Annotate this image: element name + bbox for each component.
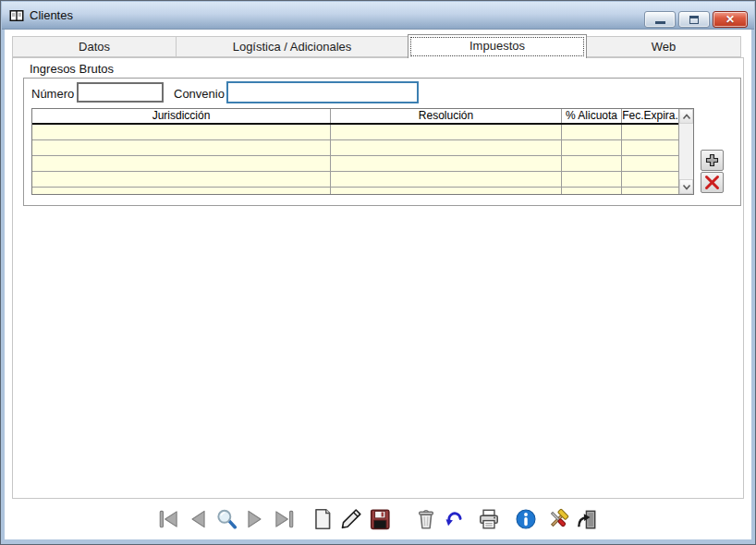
- grid-cell[interactable]: [32, 140, 331, 155]
- grid-row[interactable]: [32, 156, 678, 172]
- grid-cell[interactable]: [562, 188, 622, 195]
- grid-cell[interactable]: [32, 172, 331, 187]
- red-x-icon: [704, 175, 720, 190]
- scroll-down-button[interactable]: [679, 179, 693, 194]
- grid-cell[interactable]: [622, 140, 678, 155]
- delete-record-button[interactable]: [414, 507, 438, 531]
- grid-row[interactable]: [32, 188, 678, 195]
- tab-datos[interactable]: Datos: [12, 36, 177, 57]
- previous-record-button[interactable]: [186, 507, 210, 531]
- impuestos-page: Ingresos Brutos Número Convenio Jurisdic…: [12, 57, 744, 499]
- grid-cell[interactable]: [331, 172, 562, 187]
- grid-cell[interactable]: [562, 156, 622, 171]
- numero-label: Número: [31, 87, 74, 101]
- col-header-jurisdiccion: Jurisdicción: [32, 109, 331, 123]
- convenio-label: Convenio: [174, 87, 225, 101]
- grid-header-row: Jurisdicción Resolución % Alicuota Fec.E…: [32, 109, 678, 125]
- plus-icon: [705, 153, 719, 167]
- grid-cell[interactable]: [562, 125, 622, 139]
- grid-cell[interactable]: [32, 188, 331, 195]
- tab-impuestos[interactable]: Impuestos: [408, 34, 587, 58]
- clientes-app-icon: [9, 8, 24, 23]
- delete-row-button[interactable]: [701, 172, 724, 193]
- next-record-button[interactable]: [243, 507, 267, 531]
- grid-cell[interactable]: [562, 140, 622, 155]
- grid-cell[interactable]: [622, 172, 678, 187]
- exit-button[interactable]: [575, 507, 599, 531]
- grid-cell[interactable]: [32, 125, 331, 139]
- grid-cell[interactable]: [331, 125, 562, 139]
- grid-cell[interactable]: [331, 156, 562, 171]
- titlebar: Clientes ✕: [2, 2, 754, 30]
- grid-row[interactable]: [32, 172, 678, 188]
- col-header-fec-expira: Fec.Expira.: [622, 109, 678, 123]
- minimize-button[interactable]: [644, 11, 676, 28]
- col-header-alicuota: % Alicuota: [562, 109, 622, 123]
- last-record-button[interactable]: [272, 507, 296, 531]
- chevron-down-icon: [682, 184, 691, 190]
- tab-logistica-adicionales[interactable]: Logística / Adicionales: [176, 36, 408, 57]
- maximize-button[interactable]: [678, 11, 710, 28]
- close-icon: ✕: [726, 14, 735, 25]
- grid-cell[interactable]: [331, 188, 562, 195]
- window-title: Clientes: [30, 8, 73, 22]
- record-toolbar: [5, 506, 751, 532]
- tools-button[interactable]: [546, 507, 570, 531]
- new-record-button[interactable]: [311, 507, 335, 531]
- jurisdicciones-grid: Jurisdicción Resolución % Alicuota Fec.E…: [31, 108, 694, 195]
- grid-row[interactable]: [32, 140, 678, 156]
- numero-input[interactable]: [77, 82, 164, 103]
- scroll-up-button[interactable]: [679, 109, 693, 124]
- minimize-icon: [655, 21, 665, 24]
- convenio-input[interactable]: [226, 81, 419, 103]
- clientes-window: Clientes ✕ Datos Logística / Adicionales…: [0, 0, 756, 545]
- maximize-icon: [689, 16, 699, 24]
- grid-cell[interactable]: [562, 172, 622, 187]
- save-record-button[interactable]: [368, 507, 392, 531]
- edit-record-button[interactable]: [339, 507, 363, 531]
- grid-cell[interactable]: [622, 188, 678, 195]
- chevron-up-icon: [682, 114, 691, 120]
- grid-cell[interactable]: [622, 125, 678, 139]
- search-button[interactable]: [214, 507, 238, 531]
- grid-cell[interactable]: [622, 156, 678, 171]
- undo-button[interactable]: [442, 507, 466, 531]
- grid-vertical-scrollbar[interactable]: [678, 109, 693, 194]
- grid-cell[interactable]: [331, 140, 562, 155]
- first-record-button[interactable]: [157, 507, 181, 531]
- info-button[interactable]: [514, 507, 538, 531]
- tabstrip: Datos Logística / Adicionales Impuestos …: [12, 34, 741, 59]
- grid-row[interactable]: [32, 125, 678, 140]
- ingresos-brutos-label: Ingresos Brutos: [28, 62, 116, 76]
- add-row-button[interactable]: [701, 150, 724, 171]
- print-button[interactable]: [477, 507, 501, 531]
- tab-web[interactable]: Web: [586, 36, 741, 57]
- col-header-resolucion: Resolución: [331, 109, 562, 123]
- ingresos-brutos-groupbox: Número Convenio Jurisdicción Resolución …: [23, 78, 741, 206]
- close-button[interactable]: ✕: [713, 11, 748, 28]
- client-area: Datos Logística / Adicionales Impuestos …: [5, 30, 751, 539]
- grid-cell[interactable]: [32, 156, 331, 171]
